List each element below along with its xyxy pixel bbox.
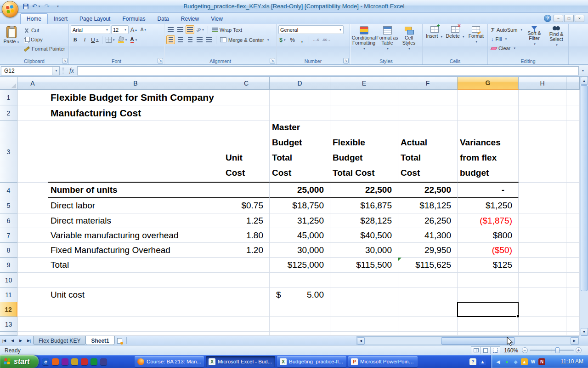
cell-D9[interactable]: $125,000 [270,258,330,273]
cell-E10[interactable] [330,273,398,288]
row-header-1[interactable]: 1 [0,90,17,105]
ribbon-tab-page-layout[interactable]: Page Layout [74,14,116,24]
cell-H2[interactable] [519,105,566,121]
scroll-down-arrow[interactable]: ▼ [581,328,588,336]
copy-button[interactable]: Copy [23,35,67,44]
cell-G2[interactable] [458,105,519,121]
select-all-corner[interactable] [0,77,17,90]
cell-B14[interactable] [48,332,223,336]
row-header-3[interactable]: 3 [0,121,17,183]
quicklaunch-browser-icon[interactable]: e [42,358,49,365]
increase-indent-button[interactable] [205,35,214,44]
cell-B7[interactable]: Variable manufacturing overhead [48,228,223,243]
cell-D11[interactable]: $5.00 [270,288,330,302]
format-cells-button[interactable]: Format ▼ [466,25,486,57]
taskbar-button[interactable]: XMicrosoft Excel - Bud... [206,356,275,367]
cell-A5[interactable] [17,198,48,213]
cell-G6[interactable]: ($1,875) [458,213,519,228]
decrease-decimal-button[interactable]: .00→ [321,35,332,44]
cell-E9[interactable]: $115,500 [330,258,398,273]
align-right-button[interactable] [186,35,194,44]
cell-A8[interactable] [17,243,48,258]
cell-E12[interactable] [330,302,398,317]
cell-G11[interactable] [458,288,519,302]
cell-G7[interactable]: $800 [458,228,519,243]
ribbon-tab-formulas[interactable]: Formulas [116,14,151,24]
cell-G1[interactable] [458,90,519,105]
zoom-in-button[interactable]: + [576,347,582,353]
vertical-scroll-thumb[interactable] [581,85,588,291]
previous-sheet-button[interactable]: ◀ [8,336,17,345]
column-header-B[interactable]: B [48,77,223,90]
cell-C13[interactable] [223,317,270,332]
cell-A13[interactable] [17,317,48,332]
cell-E7[interactable]: $40,500 [330,228,398,243]
cell-C14[interactable] [223,332,270,336]
row-header-6[interactable]: 6 [0,213,17,228]
column-header-F[interactable]: F [398,77,458,90]
row-header-5[interactable]: 5 [0,198,17,213]
accounting-format-button[interactable]: $▼ [278,35,287,44]
cell-E4[interactable]: 22,500 [330,183,398,198]
cell-A10[interactable] [17,273,48,288]
quicklaunch-app-green-icon[interactable] [90,358,97,365]
cell-B2[interactable]: Manufacturing Cost [48,105,223,121]
row-header-10[interactable]: 10 [0,273,17,288]
underline-button[interactable]: U▼ [90,35,100,44]
last-sheet-button[interactable]: ▶| [25,336,33,345]
fill-color-button[interactable]: ▼ [117,35,129,44]
borders-button[interactable]: ▼ [105,35,116,44]
redo-button[interactable]: ↷ [42,2,51,11]
cell-D6[interactable]: 31,250 [270,213,330,228]
tray-norton-icon[interactable]: N [538,358,545,365]
italic-button[interactable]: I [80,35,89,44]
cell-A11[interactable] [17,288,48,302]
clear-button[interactable]: Clear▼ [490,44,523,52]
clipboard-dialog-launcher[interactable]: ↘ [62,58,68,63]
cell-F3[interactable]: Actual Total Cost [398,121,458,183]
cell-D3[interactable]: Master Budget Total Cost [270,121,330,183]
zoom-thumb[interactable] [555,347,560,353]
cell-D1[interactable] [270,90,330,105]
cell-E13[interactable] [330,317,398,332]
percent-style-button[interactable]: % [288,35,297,44]
zoom-out-button[interactable]: − [522,347,528,353]
row-header-14[interactable] [0,332,17,336]
cell-C11[interactable] [223,288,270,302]
cell-C4[interactable] [223,183,270,198]
cell-E3[interactable]: Flexible Budget Total Cost [330,121,398,183]
cell-H5[interactable] [519,198,566,213]
find-select-button[interactable]: Find & Select▼ [546,25,567,57]
cut-button[interactable]: Cut [23,26,67,34]
cell-G8[interactable]: ($50) [458,243,519,258]
cell-F5[interactable]: $18,125 [398,198,458,213]
taskbar-help-icon[interactable]: ? [469,358,476,365]
column-header-H[interactable]: H [519,77,566,90]
cell-F6[interactable]: 26,250 [398,213,458,228]
cell-B5[interactable]: Direct labor [48,198,223,213]
first-sheet-button[interactable]: |◀ [0,336,8,345]
sheet-tab-sheet1[interactable]: Sheet1 [85,336,114,345]
cell-H14[interactable] [519,332,566,336]
name-box-dropdown[interactable]: ▼ [52,66,60,75]
conditional-formatting-button[interactable]: Conditional Formatting▼ [352,25,376,57]
formula-bar-grip[interactable] [60,68,66,74]
cell-D2[interactable] [270,105,330,121]
merge-center-button[interactable]: Merge & Center▼ [219,36,271,44]
column-header-E[interactable]: E [330,77,398,90]
insert-function-button[interactable]: fx [66,66,77,75]
sort-filter-button[interactable]: Sort & Filter▼ [524,25,545,57]
cell-C7[interactable]: 1.80 [223,228,270,243]
cell-C2[interactable] [223,105,270,121]
cell-B10[interactable] [48,273,223,288]
ribbon-tab-insert[interactable]: Insert [48,14,74,24]
cell-D7[interactable]: 45,000 [270,228,330,243]
next-sheet-button[interactable]: ▶ [17,336,25,345]
cell-A7[interactable] [17,228,48,243]
cell-C9[interactable] [223,258,270,273]
cell-A2[interactable] [17,105,48,121]
name-box[interactable]: G12 [1,66,52,75]
page-break-view-button[interactable] [490,346,500,354]
cell-E8[interactable]: 30,000 [330,243,398,258]
grow-font-button[interactable]: A▲ [130,25,138,34]
